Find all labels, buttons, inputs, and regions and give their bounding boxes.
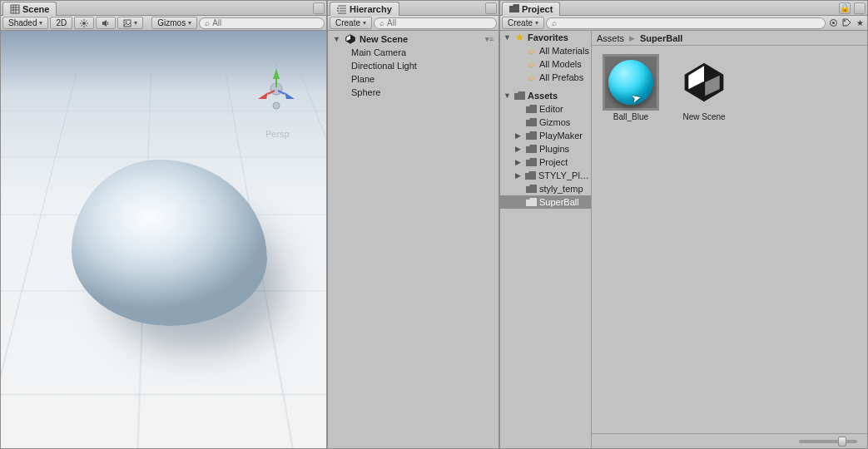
scene-options-button[interactable] [313,2,325,14]
gizmos-dropdown[interactable]: Gizmos [151,17,197,29]
favorites-label: Favorites [528,32,568,42]
scene-context-menu-icon[interactable]: ▾≡ [485,35,494,43]
hierarchy-item[interactable]: Directional Light [328,59,498,72]
hierarchy-search-input[interactable] [387,18,491,27]
tree-folder-item[interactable]: SuperBall [500,195,591,209]
fx-toggle[interactable] [117,17,143,29]
shaded-dropdown[interactable]: Shaded [2,17,48,29]
hierarchy-panel: Hierarchy Create ⌕ ▼ New Scene ▾≡ Main C… [327,0,499,449]
breadcrumb-item[interactable]: SuperBall [640,33,682,43]
tree-assets-header[interactable]: ▼ Assets [500,89,591,102]
svg-point-36 [844,20,846,22]
hierarchy-item[interactable]: Plane [328,72,498,86]
tree-favorite-item[interactable]: ⌕ All Prefabs [500,71,591,84]
breadcrumb-item[interactable]: Assets [597,33,624,43]
project-search[interactable]: ⌕ [546,17,826,29]
expand-arrow-icon[interactable]: ▶ [515,131,523,140]
tab-hierarchy[interactable]: Hierarchy [330,2,399,16]
hierarchy-icon [337,4,347,14]
expand-arrow-icon[interactable]: ▼ [503,33,512,42]
tree-favorite-item[interactable]: ⌕ All Models [500,57,591,71]
search-icon: ⌕ [205,18,210,27]
scene-search[interactable]: ⌕ [199,17,325,29]
tree-favorite-item[interactable]: ⌕ All Materials [500,44,591,57]
hierarchy-item[interactable]: Main Camera [328,46,498,59]
search-icon: ⌕ [526,73,537,82]
tree-folder-label: Editor [539,104,563,114]
tree-folder-item[interactable]: ▶STYLY_Plugin [500,169,591,182]
tab-project-label: Project [522,4,553,14]
svg-point-5 [82,22,86,25]
svg-marker-22 [285,92,295,99]
svg-marker-14 [102,20,107,27]
asset-label: Ball_Blue [613,112,648,121]
project-toolbar: Create ⌕ ★ [500,16,867,31]
scene-toolbar: Shaded 2D Gizmos ⌕ [1,16,326,31]
hierarchy-search[interactable]: ⌕ [374,17,497,29]
expand-arrow-icon[interactable]: ▼ [333,35,341,43]
lock-icon[interactable]: 🔒 [839,2,851,14]
unity-logo-icon [681,59,727,106]
expand-arrow-icon[interactable]: ▼ [503,91,512,100]
project-options-button[interactable] [854,2,866,14]
save-search-icon[interactable]: ★ [854,17,866,29]
hierarchy-tabbar: Hierarchy [328,1,498,16]
hierarchy-scene-row[interactable]: ▼ New Scene ▾≡ [328,32,498,46]
material-sphere-icon: ➤ [608,60,653,105]
hierarchy-create-dropdown[interactable]: Create [330,17,372,29]
hierarchy-options-button[interactable] [485,2,497,14]
tab-scene-label: Scene [22,4,49,14]
tree-folder-item[interactable]: Editor [500,102,591,116]
tree-folder-item[interactable]: ▶PlayMaker [500,129,591,142]
tree-folder-item[interactable]: Gizmos [500,116,591,129]
project-search-input[interactable] [559,18,820,27]
hierarchy-item[interactable]: Sphere [328,86,498,99]
tab-project[interactable]: Project [502,2,560,16]
expand-arrow-icon[interactable]: ▶ [515,145,523,153]
folder-icon [526,145,537,154]
expand-arrow-icon[interactable]: ▶ [515,171,523,180]
folder-icon [526,105,537,114]
tree-folder-item[interactable]: ▶Plugins [500,142,591,155]
asset-item-material[interactable]: ➤ Ball_Blue [602,56,660,121]
svg-text:y: y [275,64,278,67]
filter-by-type-icon[interactable] [827,17,839,29]
project-statusbar [592,433,867,448]
svg-point-35 [832,22,835,24]
project-create-dropdown[interactable]: Create [502,17,544,29]
tree-folder-label: Gizmos [539,117,570,127]
hierarchy-toolbar: Create ⌕ [328,16,498,31]
thumbnail-zoom-slider[interactable] [799,440,857,443]
lighting-toggle[interactable] [74,17,94,29]
svg-line-10 [82,20,83,22]
search-icon: ⌕ [526,60,537,69]
svg-point-31 [337,10,339,12]
search-icon: ⌕ [526,47,537,56]
asset-label: New Scene [682,112,725,121]
tree-folder-label: SuperBall [539,197,579,207]
svg-marker-20 [258,92,268,99]
tree-folder-item[interactable]: ▶Project [500,155,591,169]
2d-toggle[interactable]: 2D [50,17,72,29]
svg-line-13 [86,20,87,22]
scene-search-input[interactable] [212,18,319,27]
tree-folder-item[interactable]: styly_temp [500,182,591,195]
svg-point-30 [337,7,339,9]
filter-by-label-icon[interactable] [841,17,852,29]
asset-thumbnail: ➤ [604,56,657,109]
expand-arrow-icon[interactable]: ▶ [515,158,523,166]
tab-scene[interactable]: Scene [2,2,57,16]
project-tabbar: Project 🔒 [500,1,867,16]
asset-item-scene[interactable]: New Scene [675,56,733,121]
orientation-gizmo[interactable]: y [251,64,301,114]
chevron-right-icon: ▶ [629,34,635,42]
persp-label: Persp [265,129,290,139]
audio-toggle[interactable] [96,17,116,29]
tree-favorites-header[interactable]: ▼ ★ Favorites [500,31,591,44]
scene-view[interactable]: Persp y [1,31,326,448]
search-icon: ⌕ [379,18,384,27]
scene-tabbar: Scene [1,1,326,16]
asset-grid: ➤ Ball_Blue New Sce [592,46,867,433]
sun-icon [80,19,88,27]
slider-knob[interactable] [838,437,846,447]
